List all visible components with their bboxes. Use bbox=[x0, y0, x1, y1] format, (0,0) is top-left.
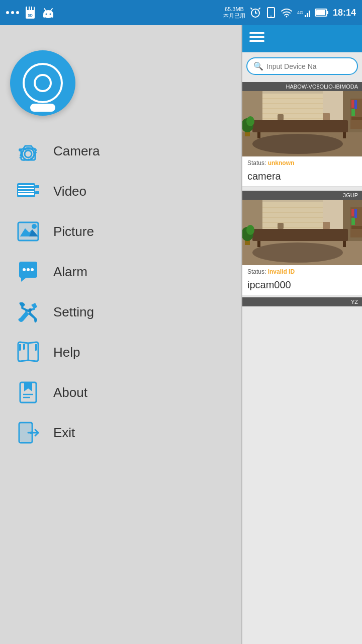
logo-base bbox=[30, 104, 55, 112]
svg-point-46 bbox=[31, 268, 34, 271]
battery-icon bbox=[315, 8, 329, 18]
camera-thumbnail-1 bbox=[242, 91, 362, 156]
alarm-status-icon bbox=[249, 7, 261, 19]
svg-rect-60 bbox=[249, 40, 264, 42]
svg-rect-73 bbox=[257, 132, 260, 138]
logo-inner bbox=[23, 63, 63, 103]
camera-card-2[interactable]: 3GUP bbox=[242, 191, 362, 295]
svg-rect-58 bbox=[249, 32, 264, 34]
menu-item-camera[interactable]: Camera bbox=[10, 131, 231, 171]
svg-point-44 bbox=[23, 268, 26, 271]
video-icon bbox=[15, 178, 41, 204]
svg-text:SD: SD bbox=[28, 14, 33, 17]
svg-text:4G: 4G bbox=[297, 10, 303, 15]
svg-rect-110 bbox=[351, 226, 362, 229]
picture-label: Picture bbox=[53, 224, 94, 239]
menu-item-setting[interactable]: Setting bbox=[10, 292, 231, 332]
device-label-1: HABOW-VO8OLIO-IBIMODA bbox=[242, 82, 362, 91]
sd-card-icon: SD bbox=[23, 6, 37, 20]
svg-rect-82 bbox=[351, 100, 354, 108]
video-label: Video bbox=[53, 184, 86, 199]
svg-point-104 bbox=[246, 225, 254, 235]
search-bar[interactable]: 🔍 bbox=[246, 57, 358, 75]
svg-rect-3 bbox=[32, 7, 34, 10]
search-input[interactable] bbox=[266, 62, 351, 70]
svg-rect-97 bbox=[252, 229, 348, 241]
svg-rect-1 bbox=[27, 7, 29, 10]
status-line-1: Status: unknown bbox=[247, 159, 357, 167]
menu-item-alarm[interactable]: Alarm bbox=[10, 252, 231, 292]
status-bar: SD 65.3MB 本月已用 bbox=[0, 0, 362, 25]
svg-line-9 bbox=[51, 9, 52, 11]
svg-rect-101 bbox=[323, 222, 330, 229]
logo-lens bbox=[34, 74, 52, 92]
svg-rect-72 bbox=[252, 120, 348, 132]
svg-rect-109 bbox=[351, 218, 355, 225]
camera-info-1: Status: unknown camera bbox=[242, 156, 362, 186]
svg-point-6 bbox=[46, 14, 47, 15]
svg-rect-11 bbox=[51, 14, 53, 18]
svg-rect-84 bbox=[351, 109, 355, 116]
svg-rect-38 bbox=[35, 191, 39, 194]
svg-line-15 bbox=[251, 8, 252, 9]
camera-card-1[interactable]: HABOW-VO8OLIO-IBIMODA bbox=[242, 82, 362, 187]
svg-rect-36 bbox=[18, 192, 34, 193]
svg-rect-23 bbox=[309, 11, 310, 17]
svg-point-19 bbox=[286, 16, 287, 18]
exit-icon bbox=[15, 420, 41, 446]
help-label: Help bbox=[53, 345, 80, 360]
status-time: 18:14 bbox=[333, 8, 356, 18]
svg-rect-22 bbox=[307, 13, 308, 17]
logo-area bbox=[10, 50, 231, 116]
svg-rect-85 bbox=[351, 117, 362, 120]
status-value-2: invalid ID bbox=[268, 268, 295, 275]
menu-item-help[interactable]: Help bbox=[10, 332, 231, 372]
svg-point-80 bbox=[252, 134, 343, 154]
main-content: Camera Video bbox=[0, 25, 362, 644]
svg-rect-83 bbox=[354, 100, 357, 109]
svg-point-57 bbox=[30, 432, 33, 434]
svg-rect-37 bbox=[35, 185, 39, 188]
hamburger-menu-icon[interactable] bbox=[249, 31, 264, 46]
camera-info-2: Status: invalid ID ipcam000 bbox=[242, 265, 362, 295]
svg-point-105 bbox=[252, 243, 343, 263]
menu-item-exit[interactable]: Exit bbox=[10, 413, 231, 453]
svg-rect-35 bbox=[18, 189, 34, 191]
camera-thumbnail-2 bbox=[242, 200, 362, 265]
menu-item-picture[interactable]: Picture bbox=[10, 211, 231, 252]
svg-point-45 bbox=[27, 268, 30, 271]
svg-rect-74 bbox=[343, 132, 346, 138]
svg-rect-25 bbox=[316, 10, 325, 15]
svg-line-8 bbox=[44, 9, 46, 11]
svg-point-28 bbox=[25, 150, 32, 157]
svg-rect-99 bbox=[343, 241, 346, 247]
svg-rect-2 bbox=[30, 7, 31, 10]
data-usage: 65.3MB 本月已用 bbox=[223, 6, 245, 19]
svg-rect-107 bbox=[351, 209, 354, 216]
setting-icon bbox=[15, 299, 41, 325]
status-line-2: Status: invalid ID bbox=[247, 268, 357, 275]
status-value-1: unknown bbox=[268, 159, 295, 167]
help-icon bbox=[15, 339, 41, 365]
setting-label: Setting bbox=[53, 304, 94, 320]
svg-rect-98 bbox=[257, 241, 260, 247]
menu-item-about[interactable]: About bbox=[10, 372, 231, 413]
app-logo bbox=[10, 50, 75, 116]
camera-icon bbox=[15, 138, 41, 164]
svg-point-79 bbox=[246, 116, 254, 126]
svg-rect-100 bbox=[278, 223, 284, 229]
svg-rect-75 bbox=[278, 114, 284, 120]
right-panel: 🔍 HABOW-VO8OLIO-IBIMODA bbox=[241, 25, 362, 644]
right-header bbox=[242, 25, 362, 52]
about-icon bbox=[15, 379, 41, 406]
bottom-bar: YZ bbox=[242, 297, 362, 306]
camera-name-2: ipcam000 bbox=[247, 277, 357, 293]
camera-name-1: camera bbox=[247, 169, 357, 184]
phone-icon bbox=[265, 7, 277, 18]
signal-bars-icon: 4G bbox=[297, 7, 311, 18]
about-label: About bbox=[53, 385, 87, 400]
status-right: 65.3MB 本月已用 4G bbox=[223, 6, 356, 19]
sidebar: Camera Video bbox=[0, 25, 241, 644]
signal-dots bbox=[6, 11, 19, 14]
menu-item-video[interactable]: Video bbox=[10, 171, 231, 211]
